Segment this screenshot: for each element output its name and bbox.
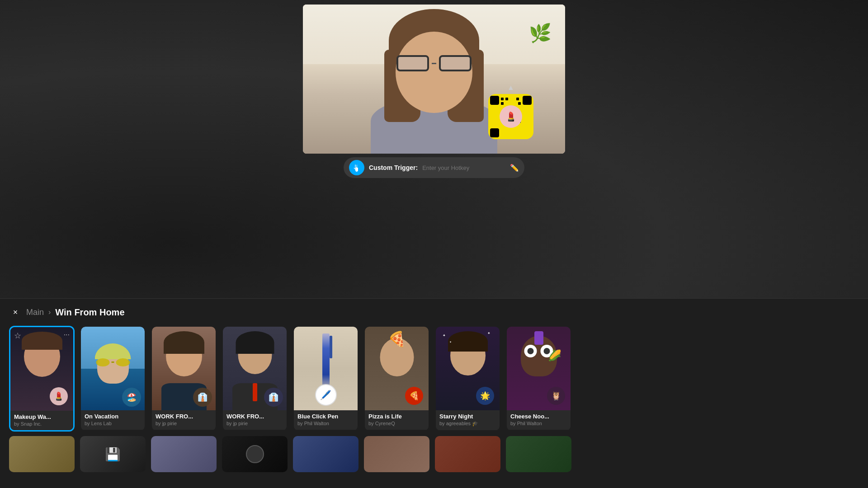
lens-info-cheese: Cheese Noo... by Phil Walton: [507, 410, 571, 430]
snapcode-arrow-icon: ▲: [507, 84, 514, 92]
trigger-label: Custom Trigger:: [369, 164, 418, 171]
lens-card-row2-6[interactable]: [364, 436, 429, 472]
breadcrumb-current: Win From Home: [55, 307, 124, 318]
lens-name-pizza: Pizza is Life: [368, 413, 425, 420]
lens-name-pen: Blue Click Pen: [297, 413, 354, 420]
lens-author-vacation: by Lens Lab: [85, 421, 141, 426]
breadcrumb: × Main › Win From Home: [9, 306, 859, 319]
lens-grid-row1: 💄 ☆ ··· Makeup Wa... by Snap Inc.: [9, 326, 859, 432]
lens-info-vacation: On Vacation by Lens Lab: [81, 410, 145, 430]
hand-icon: [353, 164, 361, 172]
snapcode-container[interactable]: ▲ 💄: [486, 84, 536, 147]
lens-card-row2-1[interactable]: [9, 436, 75, 472]
starry-icon: 🌟: [476, 387, 494, 405]
lens-card-row2-8[interactable]: [506, 436, 571, 472]
star-icon[interactable]: ☆: [14, 331, 21, 341]
lens-info-makeup: Makeup Wa... by Snap Inc.: [10, 411, 73, 430]
lens-author-cheese: by Phil Walton: [510, 421, 567, 426]
lens-name-work2: WORK FRO...: [226, 413, 283, 420]
lens-info-work1: WORK FRO... by jp pirie: [152, 410, 216, 430]
lens-author-work2: by jp pirie: [226, 421, 283, 426]
lens-name-cheese: Cheese Noo...: [510, 413, 567, 420]
lens-info-work2: WORK FRO... by jp pirie: [223, 410, 287, 430]
breadcrumb-arrow-icon: ›: [48, 308, 51, 316]
lens-thumb-starry: ✦ ✦ ✦ 🌟: [436, 327, 500, 410]
lens-thumb-pizza: 🍕 🍕: [365, 327, 429, 410]
lens-info-pen: Blue Click Pen by Phil Walton: [294, 410, 358, 430]
lens-author-work1: by jp pirie: [156, 421, 212, 426]
lens-grid-row2: 💾: [9, 436, 859, 472]
lens-card-work2[interactable]: 👔 WORK FRO... by jp pirie: [222, 326, 288, 432]
breadcrumb-main[interactable]: Main: [26, 308, 44, 317]
lens-author-starry: by agreeables 🎓: [439, 421, 496, 427]
lens-card-work1[interactable]: 👔 WORK FRO... by jp pirie: [151, 326, 217, 432]
lens-info-pizza: Pizza is Life by CyreneQ: [365, 410, 429, 430]
lens-thumb-work2: 👔: [223, 327, 287, 410]
lens-card-pizza[interactable]: 🍕 🍕 Pizza is Life by CyreneQ: [364, 326, 429, 432]
lens-info-starry: Starry Night by agreeables 🎓: [436, 410, 500, 430]
owl-icon: 🦉: [547, 387, 565, 405]
lens-name-starry: Starry Night: [439, 413, 496, 420]
lens-thumb-cheese: 🌽 🦉: [507, 327, 571, 410]
lens-thumb-vacation: 🏖️: [81, 327, 145, 410]
lens-card-row2-3[interactable]: [151, 436, 217, 472]
lens-card-row2-5[interactable]: [293, 436, 359, 472]
lens-card-row2-2[interactable]: 💾: [80, 436, 146, 472]
lens-card-row2-7[interactable]: [435, 436, 500, 472]
lens-thumb-work1: 👔: [152, 327, 216, 410]
trigger-icon[interactable]: [349, 160, 364, 175]
lens-card-row2-4[interactable]: [222, 436, 288, 472]
lens-name: Makeup Wa...: [14, 413, 70, 420]
trigger-hotkey-input[interactable]: [422, 164, 505, 171]
edit-icon[interactable]: ✏️: [510, 164, 519, 172]
lipstick-overlay-icon: 💄: [50, 387, 68, 405]
pizza-icon: 🍕: [405, 387, 423, 405]
lens-name-vacation: On Vacation: [85, 413, 141, 420]
lens-card-makeup[interactable]: 💄 ☆ ··· Makeup Wa... by Snap Inc.: [9, 326, 75, 432]
lens-author-pen: by Phil Walton: [297, 421, 354, 426]
lens-author: by Snap Inc.: [14, 421, 70, 427]
lens-author-pizza: by CyreneQ: [368, 421, 425, 426]
more-icon[interactable]: ···: [64, 331, 70, 339]
close-button[interactable]: ×: [9, 306, 22, 319]
lens-thumb-makeup: 💄 ☆ ···: [10, 327, 73, 411]
lens-card-pen[interactable]: 🖊️ Blue Click Pen by Phil Walton: [293, 326, 359, 432]
lens-card-vacation[interactable]: 🏖️ On Vacation by Lens Lab: [80, 326, 146, 432]
snapcode[interactable]: 💄: [488, 94, 533, 139]
custom-trigger-bar: Custom Trigger: ✏️: [344, 157, 524, 178]
lens-card-cheese[interactable]: 🌽 🦉 Cheese Noo... by Phil Walton: [506, 326, 571, 432]
lens-name-work1: WORK FRO...: [156, 413, 212, 420]
bottom-panel: × Main › Win From Home 💄 ☆ ··· Makeup Wa…: [0, 298, 868, 488]
lens-thumb-pen: 🖊️: [294, 327, 358, 410]
lens-card-starry[interactable]: ✦ ✦ ✦ 🌟 Starry Night by agreeables 🎓: [435, 326, 500, 432]
